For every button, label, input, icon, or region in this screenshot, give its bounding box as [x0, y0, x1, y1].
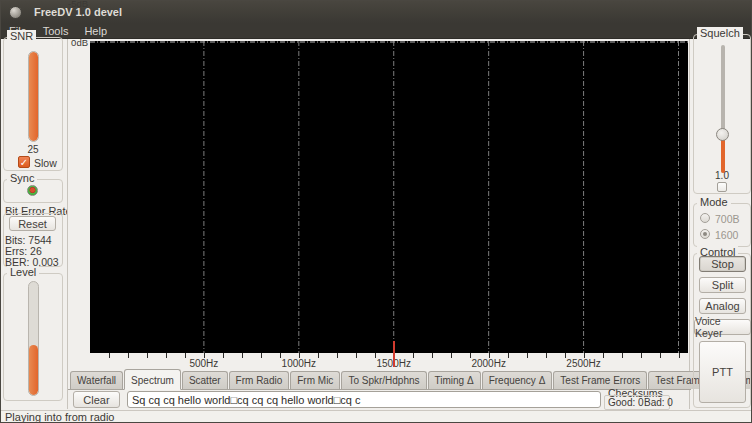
mode-group-label: Mode	[697, 196, 731, 208]
mode-label-700b: 700B	[715, 213, 740, 225]
squelch-slider-thumb[interactable]	[716, 128, 729, 141]
tab-waterfall[interactable]: Waterfall	[70, 371, 123, 389]
squelch-value: 1.0	[693, 170, 751, 181]
x-tick	[546, 353, 547, 358]
tab-strip: WaterfallSpectrumScatterFrm RadioFrm Mic…	[68, 369, 691, 390]
squelch-checkbox[interactable]	[717, 182, 727, 192]
x-tick-label: 2000Hz	[464, 358, 514, 369]
ptt-button[interactable]: PTT	[699, 341, 746, 403]
freedv-window: FreeDV 1.0 devel FileToolsHelp SNR 25 ✓ …	[0, 0, 752, 423]
spectrum-plot	[90, 41, 688, 353]
tune-marker	[393, 341, 395, 367]
sync-led-icon	[27, 185, 38, 196]
tab-frequency[interactable]: Frequency Δ	[482, 371, 553, 389]
checksums-good: Good: 0	[608, 397, 644, 408]
x-tick-label: 500Hz	[179, 358, 229, 369]
spectrum-panel: 0dB-5dB-10dB-15dB-20dB-25dB-30dB-35dB-40…	[67, 39, 690, 409]
x-tick-label: 1000Hz	[274, 358, 324, 369]
level-gauge-fill	[29, 345, 38, 395]
snr-group-label: SNR	[7, 30, 36, 42]
snr-gauge-fill	[29, 52, 38, 141]
level-gauge	[28, 281, 39, 396]
slow-checkbox[interactable]: ✓	[18, 156, 30, 168]
x-tick-label: 2500Hz	[559, 358, 609, 369]
snr-value: 25	[3, 144, 63, 155]
split-button[interactable]: Split	[699, 277, 746, 293]
mode-label-1600: 1600	[715, 229, 738, 241]
menu-tools[interactable]: Tools	[35, 24, 77, 38]
x-tick	[242, 353, 243, 358]
x-tick	[356, 353, 357, 358]
y-tick-label: 0dB	[68, 37, 88, 48]
tab-frm-radio[interactable]: Frm Radio	[229, 371, 290, 389]
stop-button[interactable]: Stop	[699, 256, 746, 272]
tab-spectrum[interactable]: Spectrum	[124, 369, 181, 390]
slow-checkbox-label[interactable]: Slow	[34, 157, 57, 169]
tab-frm-mic[interactable]: Frm Mic	[290, 371, 340, 389]
x-tick	[128, 353, 129, 358]
mode-radio-1600[interactable]	[700, 229, 710, 239]
snr-gauge	[28, 51, 39, 142]
level-group-label: Level	[7, 266, 39, 278]
x-tick	[451, 353, 452, 358]
plot-background	[90, 41, 688, 353]
x-tick	[337, 353, 338, 358]
decoded-text-field[interactable]	[127, 391, 601, 408]
status-bar: Playing into from radio	[1, 410, 751, 423]
window-close-button[interactable]	[9, 6, 22, 19]
status-text: Playing into from radio	[5, 411, 114, 423]
x-tick	[432, 353, 433, 358]
sync-group-label: Sync	[7, 172, 37, 184]
menubar: FileToolsHelp	[1, 23, 751, 39]
voice-keyer-button[interactable]: Voice Keyer	[694, 319, 751, 335]
mode-radio-700b[interactable]	[700, 213, 710, 223]
squelch-group-label: Squelch	[697, 27, 743, 39]
x-tick	[109, 353, 110, 358]
x-tick	[261, 353, 262, 358]
clear-button[interactable]: Clear	[73, 391, 120, 408]
x-tick	[679, 353, 680, 358]
x-tick	[622, 353, 623, 358]
x-tick	[660, 353, 661, 358]
x-tick	[527, 353, 528, 358]
reset-button[interactable]: Reset	[9, 216, 56, 231]
y-tick-label: -5dB	[68, 0, 88, 9]
tab-timing[interactable]: Timing Δ	[428, 371, 481, 389]
tab-scatter[interactable]: Scatter	[182, 371, 228, 389]
checksums-bad: Bad: 0	[644, 397, 673, 408]
x-tick	[147, 353, 148, 358]
titlebar: FreeDV 1.0 devel	[1, 1, 751, 23]
menu-help[interactable]: Help	[76, 24, 115, 38]
analog-button[interactable]: Analog	[699, 298, 746, 314]
x-tick	[166, 353, 167, 358]
tab-to-spkr-hdphns[interactable]: To Spkr/Hdphns	[341, 371, 426, 389]
x-tick	[641, 353, 642, 358]
